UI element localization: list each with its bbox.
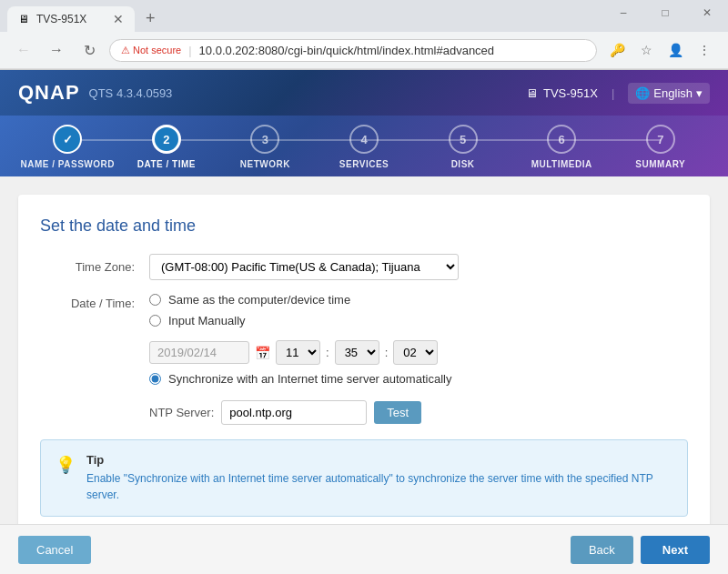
next-button[interactable]: Next [641, 536, 710, 564]
app-header: QNAP QTS 4.3.4.0593 🖥 TVS-951X | 🌐 Engli… [0, 70, 728, 116]
tip-title: Tip [86, 453, 672, 467]
step-2: 2 DATE / TIME [117, 125, 217, 169]
step-4-circle: 4 [349, 125, 379, 154]
datetime-inputs-row: 📅 11 : 35 : 02 [149, 340, 688, 365]
back-nav-button[interactable]: ← [11, 37, 36, 63]
radio-sync-input[interactable] [149, 373, 161, 385]
timezone-label: Time Zone: [40, 260, 149, 274]
radio-sync[interactable]: Synchronize with an Internet time server… [149, 372, 688, 386]
step-7-label: SUMMARY [635, 159, 685, 169]
header-divider: | [612, 86, 614, 100]
timezone-row: Time Zone: (GMT-08:00) Pacific Time(US &… [40, 254, 688, 280]
footer-actions: Cancel Back Next [0, 524, 728, 574]
step-5: 5 DISK [413, 125, 512, 169]
tab-close-button[interactable]: ✕ [113, 12, 124, 26]
step-2-label: DATE / TIME [137, 159, 196, 169]
tip-content: Tip Enable "Synchronize with an Internet… [86, 453, 672, 503]
minute-select[interactable]: 35 [335, 340, 379, 365]
forward-nav-button[interactable]: → [44, 37, 69, 63]
ntp-row: NTP Server: Test [149, 400, 688, 425]
tab-favicon: 🖥 [18, 13, 29, 25]
test-button[interactable]: Test [374, 401, 421, 424]
step-1: ✓ NAME / PASSWORD [18, 125, 117, 169]
tip-icon: 💡 [56, 455, 76, 475]
datetime-label: Date / Time: [40, 293, 149, 310]
step-7-circle: 7 [646, 125, 675, 154]
language-button[interactable]: 🌐 English ▾ [628, 83, 710, 104]
content-area: Set the date and time Time Zone: (GMT-08… [0, 176, 728, 524]
step-4: 4 SERVICES [315, 125, 414, 169]
radio-same-input[interactable] [149, 294, 161, 306]
ntp-input[interactable] [221, 400, 367, 425]
date-input[interactable] [149, 341, 249, 364]
warning-icon: ⚠ [121, 45, 130, 56]
new-tab-button[interactable]: + [138, 5, 163, 32]
right-buttons: Back Next [571, 536, 710, 564]
radio-same-label: Same as the computer/device time [168, 293, 350, 307]
radio-sync-label: Synchronize with an Internet time server… [168, 372, 451, 386]
hour-minute-separator: : [326, 346, 329, 359]
step-1-circle: ✓ [53, 125, 82, 154]
step-6: 6 MULTIMEDIA [512, 125, 612, 169]
qts-version: QTS 4.3.4.0593 [89, 86, 173, 100]
main-card: Set the date and time Time Zone: (GMT-08… [18, 195, 710, 524]
second-select[interactable]: 02 [393, 340, 438, 365]
refresh-button[interactable]: ↻ [76, 37, 102, 63]
address-bar[interactable]: ⚠ Not secure | 10.0.0.202:8080/cgi-bin/q… [109, 39, 597, 62]
step-4-label: SERVICES [339, 159, 389, 169]
tab-title: TVS-951X [36, 13, 106, 25]
card-title: Set the date and time [40, 217, 688, 236]
step-3-label: NETWORK [240, 159, 290, 169]
cancel-button[interactable]: Cancel [18, 536, 91, 564]
radio-manual-label: Input Manually [168, 314, 246, 327]
key-icon[interactable]: 🔑 [604, 37, 630, 63]
url-text: 10.0.0.202:8080/cgi-bin/quick/html/index… [199, 44, 585, 57]
datetime-control: Same as the computer/device time Input M… [149, 293, 688, 425]
back-button[interactable]: Back [571, 536, 633, 564]
account-icon[interactable]: 👤 [662, 37, 688, 63]
step-5-circle: 5 [449, 125, 478, 154]
step-3: 3 NETWORK [216, 125, 315, 169]
bookmark-star-icon[interactable]: ☆ [633, 37, 659, 63]
datetime-row: Date / Time: Same as the computer/device… [40, 293, 688, 425]
qnap-logo: QNAP [18, 81, 80, 105]
security-warning: ⚠ Not secure [121, 45, 181, 56]
radio-same-time[interactable]: Same as the computer/device time [149, 293, 688, 307]
tip-text: Enable "Synchronize with an Internet tim… [86, 470, 672, 503]
datetime-radio-group: Same as the computer/device time Input M… [149, 293, 688, 425]
device-name: 🖥 TVS-951X [526, 86, 598, 100]
minimize-button[interactable]: – [602, 0, 644, 25]
server-icon: 🖥 [526, 86, 538, 100]
maximize-button[interactable]: □ [644, 0, 686, 25]
step-5-label: DISK [451, 159, 475, 169]
tip-box: 💡 Tip Enable "Synchronize with an Intern… [40, 439, 688, 517]
close-button[interactable]: ✕ [686, 0, 728, 25]
progress-bar: ✓ NAME / PASSWORD 2 DATE / TIME 3 NETWOR… [0, 116, 728, 176]
timezone-select[interactable]: (GMT-08:00) Pacific Time(US & Canada); T… [149, 254, 459, 280]
hour-select[interactable]: 11 [276, 340, 320, 365]
steps-container: ✓ NAME / PASSWORD 2 DATE / TIME 3 NETWOR… [18, 125, 710, 176]
step-3-circle: 3 [250, 125, 279, 154]
minute-second-separator: : [385, 346, 389, 359]
timezone-control: (GMT-08:00) Pacific Time(US & Canada); T… [149, 254, 688, 280]
lang-chevron-icon: ▾ [696, 86, 703, 100]
browser-tab[interactable]: 🖥 TVS-951X ✕ [7, 6, 135, 32]
radio-manual-input[interactable] [149, 315, 161, 327]
ntp-label: NTP Server: [149, 406, 214, 419]
menu-icon[interactable]: ⋮ [692, 37, 717, 63]
step-6-circle: 6 [547, 125, 576, 154]
radio-manual[interactable]: Input Manually [149, 314, 688, 327]
globe-icon: 🌐 [635, 86, 650, 100]
step-1-label: NAME / PASSWORD [21, 159, 115, 169]
step-2-circle: 2 [152, 125, 181, 154]
step-6-label: MULTIMEDIA [531, 159, 592, 169]
step-7: 7 SUMMARY [611, 125, 710, 169]
calendar-icon[interactable]: 📅 [255, 346, 270, 360]
